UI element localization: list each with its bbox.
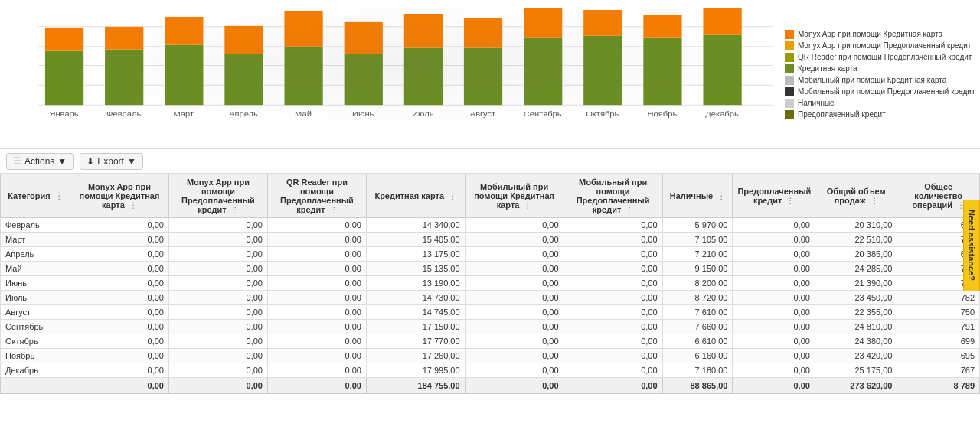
cell-1-3: 0,00 — [267, 233, 366, 247]
actions-button[interactable]: ☰ Actions ▼ — [6, 153, 74, 170]
cell-4-9: 21 390,00 — [815, 276, 897, 291]
need-assistance-button[interactable]: Need assistance? — [963, 200, 980, 291]
cell-3-6: 0,00 — [564, 262, 662, 276]
col-menu-icon-1[interactable]: ⋮ — [129, 201, 137, 210]
footer-cell-1: 0,00 — [70, 378, 168, 394]
col-header-qr-prepaid[interactable]: QR Reader при помощи Предоплаченный кред… — [267, 174, 366, 218]
cell-9-0: Ноябрь — [1, 349, 70, 363]
svg-text:Сентябрь: Сентябрь — [524, 109, 562, 118]
cell-7-8: 0,00 — [733, 320, 815, 334]
cell-4-7: 8 200,00 — [662, 276, 733, 291]
cell-4-4: 13 190,00 — [366, 276, 465, 291]
cell-3-2: 0,00 — [168, 262, 267, 276]
cell-4-6: 0,00 — [564, 276, 662, 291]
svg-text:Октябрь: Октябрь — [586, 109, 619, 118]
data-table: Категория ⋮ Monyx App при помощи Кредитн… — [0, 174, 980, 394]
cell-6-7: 7 610,00 — [662, 305, 733, 320]
legend-item-6: Мобильный при помощи Предоплаченный кред… — [785, 87, 976, 96]
footer-cell-9: 273 620,00 — [815, 378, 897, 394]
col-menu-icon-5[interactable]: ⋮ — [524, 201, 531, 210]
cell-10-2: 0,00 — [168, 363, 267, 378]
cell-6-4: 14 745,00 — [366, 305, 465, 320]
col-menu-icon-3[interactable]: ⋮ — [330, 206, 338, 214]
svg-rect-43 — [643, 15, 681, 38]
legend-label-4: Кредитная карта — [798, 64, 858, 73]
cell-6-2: 0,00 — [168, 305, 267, 320]
cell-7-2: 0,00 — [168, 320, 267, 334]
table-row: Февраль0,000,000,0014 340,000,000,005 97… — [1, 218, 980, 233]
col-header-total-volume[interactable]: Общий объем продаж ⋮ — [815, 174, 897, 218]
svg-text:Август: Август — [470, 109, 496, 118]
cell-6-8: 0,00 — [733, 305, 815, 320]
footer-cell-10: 8 789 — [897, 378, 980, 394]
cell-0-0: Февраль — [1, 218, 70, 233]
cell-7-1: 0,00 — [70, 320, 168, 334]
export-icon: ⬇ — [87, 156, 94, 167]
svg-rect-42 — [643, 38, 681, 105]
col-header-cash[interactable]: Наличные ⋮ — [662, 174, 733, 218]
chart-area: 0 5 000 10 000 15 000 20 000 25 000 Янва… — [0, 0, 980, 149]
cell-5-1: 0,00 — [70, 291, 168, 305]
col-header-prepaid-credit[interactable]: Предоплаченный кредит ⋮ — [733, 174, 815, 218]
cell-10-10: 767 — [897, 363, 980, 378]
cell-2-1: 0,00 — [70, 247, 168, 262]
svg-rect-28 — [345, 22, 383, 54]
cell-5-0: Июль — [1, 291, 70, 305]
cell-4-2: 0,00 — [168, 276, 267, 291]
legend-label-8: Предоплаченный кредит — [798, 110, 886, 119]
cell-6-3: 0,00 — [267, 305, 366, 320]
svg-rect-21 — [224, 54, 263, 106]
cell-10-5: 0,00 — [465, 363, 564, 378]
col-menu-icon-4[interactable]: ⋮ — [449, 192, 456, 200]
chart-svg: 0 5 000 10 000 15 000 20 000 25 000 Янва… — [38, 8, 773, 129]
cell-1-9: 22 510,00 — [815, 233, 897, 247]
col-menu-icon-9[interactable]: ⋮ — [871, 197, 878, 205]
cell-6-6: 0,00 — [564, 305, 662, 320]
col-header-mobile-credit[interactable]: Мобильный при помощи Кредитная карта ⋮ — [465, 174, 564, 218]
table-footer: 0,000,000,00184 755,000,000,0088 865,000… — [1, 378, 980, 394]
cell-3-0: Май — [1, 262, 70, 276]
col-header-credit-card[interactable]: Кредитная карта ⋮ — [366, 174, 465, 218]
cell-7-9: 24 810,00 — [815, 320, 897, 334]
col-menu-icon-8[interactable]: ⋮ — [786, 197, 794, 205]
svg-text:Март: Март — [173, 109, 194, 118]
cell-9-5: 0,00 — [465, 349, 564, 363]
cell-5-3: 0,00 — [267, 291, 366, 305]
menu-icon: ☰ — [13, 156, 21, 167]
cell-2-4: 13 175,00 — [366, 247, 465, 262]
cell-5-5: 0,00 — [465, 291, 564, 305]
cell-8-2: 0,00 — [168, 334, 267, 349]
cell-2-8: 0,00 — [733, 247, 815, 262]
col-header-monyx-prepaid[interactable]: Monyx App при помощи Предоплаченный кред… — [168, 174, 267, 218]
cell-10-8: 0,00 — [733, 363, 815, 378]
cell-3-9: 24 285,00 — [815, 262, 897, 276]
cell-2-5: 0,00 — [465, 247, 564, 262]
cell-6-0: Август — [1, 305, 70, 320]
col-header-mobile-prepaid[interactable]: Мобильный при помощи Предоплаченный кред… — [564, 174, 662, 218]
table-container[interactable]: Категория ⋮ Monyx App при помощи Кредитн… — [0, 174, 980, 446]
cell-2-9: 20 385,00 — [815, 247, 897, 262]
col-menu-icon-0[interactable]: ⋮ — [55, 192, 63, 200]
cell-9-9: 23 420,00 — [815, 349, 897, 363]
col-menu-icon-2[interactable]: ⋮ — [231, 206, 239, 214]
col-header-mobile-credit-label: Мобильный при помощи Кредитная карта — [474, 182, 554, 210]
cell-9-10: 695 — [897, 349, 980, 363]
svg-rect-13 — [45, 28, 83, 51]
export-button[interactable]: ⬇ Export ▼ — [80, 153, 143, 170]
svg-text:Июнь: Июнь — [352, 109, 374, 118]
footer-cell-3: 0,00 — [267, 378, 366, 394]
footer-cell-7: 88 865,00 — [662, 378, 733, 394]
col-menu-icon-6[interactable]: ⋮ — [626, 206, 633, 214]
col-menu-icon-7[interactable]: ⋮ — [717, 192, 725, 200]
col-header-credit-card-label: Кредитная карта — [374, 191, 444, 200]
svg-text:Ноябрь: Ноябрь — [648, 109, 678, 118]
cell-4-8: 0,00 — [733, 276, 815, 291]
col-header-kategoria[interactable]: Категория ⋮ — [1, 174, 70, 218]
cell-5-9: 23 450,00 — [815, 291, 897, 305]
cell-4-1: 0,00 — [70, 276, 168, 291]
col-header-monyx-credit[interactable]: Monyx App при помощи Кредитная карта ⋮ — [70, 174, 168, 218]
table-row: Июнь0,000,000,0013 190,000,000,008 200,0… — [1, 276, 980, 291]
cell-10-9: 25 175,00 — [815, 363, 897, 378]
legend-item-7: Наличные — [785, 99, 976, 108]
cell-10-6: 0,00 — [564, 363, 662, 378]
